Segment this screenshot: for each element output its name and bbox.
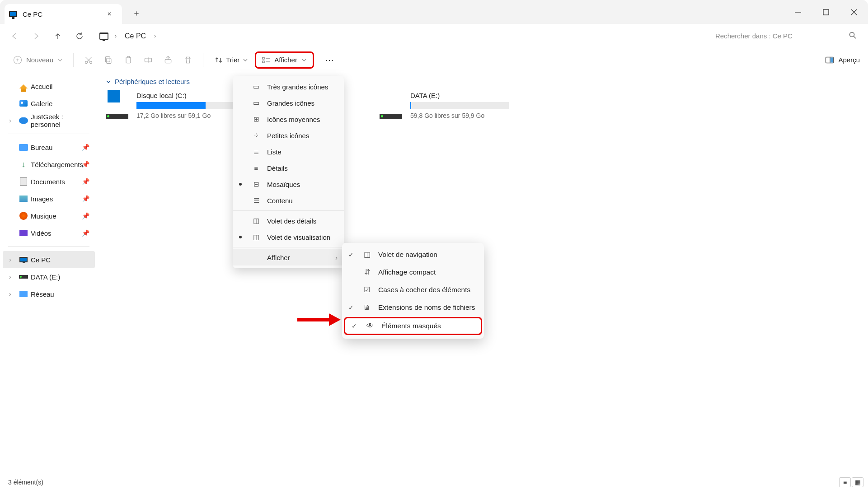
view-button[interactable]: Afficher	[255, 51, 314, 69]
sort-button[interactable]: Trier	[209, 51, 254, 69]
sidebar-item-music[interactable]: Musique📌	[3, 207, 95, 224]
pin-icon: 📌	[82, 195, 89, 202]
view-label: Afficher	[274, 56, 297, 64]
back-button[interactable]	[5, 27, 23, 45]
drive-free-text: 59,8 Go libres sur 59,9 Go	[410, 112, 509, 119]
cut-button[interactable]	[79, 51, 98, 69]
forward-button[interactable]	[27, 27, 45, 45]
drive-e[interactable]: DATA (E:) 59,8 Go libres sur 59,9 Go	[380, 92, 509, 119]
new-tab-button[interactable]: ＋	[127, 4, 145, 22]
menu-item-medium-icons[interactable]: ⊞Icônes moyennes	[233, 111, 344, 127]
divider	[8, 134, 89, 134]
more-button[interactable]: ⋯	[320, 55, 339, 65]
rename-button[interactable]	[139, 51, 158, 69]
pictures-icon	[19, 196, 28, 202]
pc-icon	[9, 11, 17, 17]
sidebar-item-network[interactable]: Réseau	[3, 285, 95, 303]
sidebar-item-data-e[interactable]: DATA (E:)	[3, 268, 95, 285]
sidebar-item-onedrive[interactable]: JustGeek : personnel	[3, 112, 95, 129]
sidebar-item-downloads[interactable]: ↓Téléchargements📌	[3, 156, 95, 173]
new-button[interactable]: + Nouveau	[8, 51, 68, 69]
check-icon: ✓	[352, 322, 357, 330]
menu-item-checkboxes[interactable]: ☑Cases à cocher des éléments	[342, 281, 484, 298]
menu-item-preview-pane[interactable]: ◫Volet de visualisation	[233, 229, 344, 245]
menu-item-content[interactable]: ☰Contenu	[233, 192, 344, 209]
tab-close-button[interactable]: ✕	[103, 8, 116, 20]
checkbox-icon: ☑	[362, 286, 372, 294]
drive-name: DATA (E:)	[410, 92, 509, 99]
search-placeholder: Rechercher dans : Ce PC	[715, 32, 793, 40]
refresh-button[interactable]	[70, 27, 89, 45]
chevron-right-icon[interactable]: ›	[110, 33, 121, 39]
copy-button[interactable]	[99, 51, 118, 69]
menu-item-tiles[interactable]: ⊟Mosaïques	[233, 176, 344, 192]
cloud-icon	[19, 117, 28, 124]
sidebar-item-videos[interactable]: Vidéos📌	[3, 224, 95, 242]
drives-list: Disque local (C:) 17,2 Go libres sur 59,…	[106, 92, 860, 119]
sidebar-item-pictures[interactable]: Images📌	[3, 190, 95, 207]
menu-item-extra-large-icons[interactable]: ▭Très grandes icônes	[233, 79, 344, 95]
sidebar-item-desktop[interactable]: Bureau📌	[3, 139, 95, 156]
view-icon	[263, 56, 270, 64]
layout-icon: ☰	[252, 196, 261, 205]
breadcrumb[interactable]: › Ce PC ›	[96, 28, 164, 45]
menu-item-show-submenu[interactable]: Afficher›	[233, 249, 344, 265]
sidebar-item-documents[interactable]: Documents📌	[3, 173, 95, 190]
details-view-button[interactable]: ≡	[839, 477, 851, 487]
layout-icon: ⊟	[252, 180, 261, 188]
menu-item-details[interactable]: ≡Détails	[233, 160, 344, 176]
svg-rect-15	[263, 57, 264, 59]
menu-item-small-icons[interactable]: ⁘Petites icônes	[233, 127, 344, 144]
breadcrumb-segment[interactable]: Ce PC	[123, 32, 148, 40]
drive-icon	[19, 275, 28, 279]
svg-rect-1	[823, 9, 829, 15]
thumbnails-view-button[interactable]: ▦	[852, 477, 863, 487]
menu-item-list[interactable]: ≣Liste	[233, 144, 344, 160]
paste-button[interactable]	[119, 51, 138, 69]
window-controls	[784, 0, 868, 24]
sidebar-item-gallery[interactable]: Galerie	[3, 95, 95, 112]
tab-this-pc[interactable]: Ce PC ✕	[5, 4, 122, 24]
chevron-down-icon	[243, 58, 248, 62]
tab-title: Ce PC	[23, 10, 42, 18]
pc-icon	[19, 257, 28, 262]
delete-button[interactable]	[178, 51, 197, 69]
preview-pane-button[interactable]: Aperçu	[826, 56, 860, 64]
svg-rect-21	[830, 57, 833, 62]
maximize-button[interactable]	[812, 0, 840, 24]
sidebar: Accueil Galerie JustGeek : personnel Bur…	[0, 72, 98, 475]
drive-icon	[380, 92, 402, 119]
menu-item-large-icons[interactable]: ▭Grandes icônes	[233, 95, 344, 111]
layout-icon: ⁘	[252, 131, 261, 140]
pin-icon: 📌	[82, 144, 89, 151]
network-icon	[19, 291, 28, 297]
menu-item-compact-view[interactable]: ⇵Affichage compact	[342, 263, 484, 281]
menu-item-file-extensions[interactable]: ✓🗎Extensions de noms de fichiers	[342, 298, 484, 316]
pin-icon: 📌	[82, 178, 89, 185]
sidebar-item-this-pc[interactable]: Ce PC	[3, 251, 95, 268]
search-input[interactable]: Rechercher dans : Ce PC	[709, 28, 863, 45]
preview-label: Aperçu	[838, 56, 860, 64]
pane-icon: ◫	[252, 217, 261, 225]
drive-c[interactable]: Disque local (C:) 17,2 Go libres sur 59,…	[106, 92, 235, 119]
menu-item-details-pane[interactable]: ◫Volet des détails	[233, 213, 344, 229]
menu-item-nav-pane[interactable]: ✓◫Volet de navigation	[342, 246, 484, 263]
svg-rect-9	[105, 56, 110, 62]
close-button[interactable]	[840, 0, 868, 24]
menu-separator	[233, 210, 344, 211]
share-button[interactable]	[159, 51, 178, 69]
group-header[interactable]: Périphériques et lecteurs	[106, 78, 860, 85]
layout-icon: ▭	[252, 99, 261, 107]
menu-item-hidden-items[interactable]: ✓👁Éléments masqués	[344, 317, 482, 335]
chevron-right-icon[interactable]: ›	[150, 33, 160, 39]
up-button[interactable]	[49, 27, 67, 45]
videos-icon	[19, 230, 28, 236]
chevron-down-icon	[58, 58, 62, 62]
sidebar-item-home[interactable]: Accueil	[3, 78, 95, 95]
menu-separator	[233, 247, 344, 247]
new-label: Nouveau	[26, 56, 53, 64]
minimize-button[interactable]	[784, 0, 812, 24]
pin-icon: 📌	[82, 229, 89, 237]
svg-rect-8	[107, 58, 111, 63]
selected-dot-icon	[239, 236, 242, 238]
